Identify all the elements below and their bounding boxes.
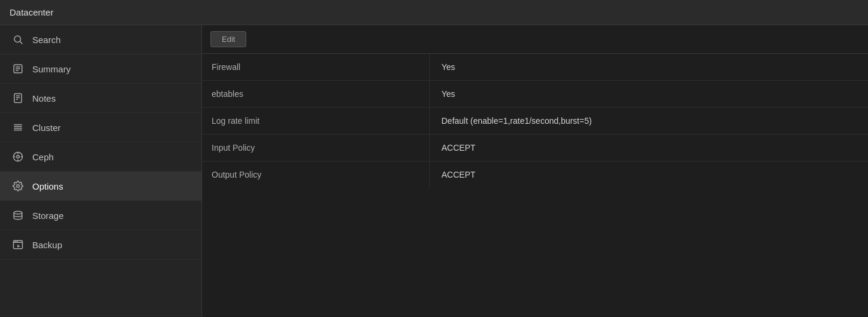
sidebar-item-backup[interactable]: Backup: [0, 230, 201, 260]
ceph-icon: [12, 151, 24, 163]
backup-icon: [12, 239, 24, 251]
table-row: Log rate limitDefault (enable=1,rate1/se…: [202, 108, 868, 135]
options-icon: [12, 180, 24, 192]
sidebar: SearchSummaryNotesClusterCephOptionsStor…: [0, 25, 202, 317]
sidebar-item-search[interactable]: Search: [0, 25, 201, 54]
main-layout: SearchSummaryNotesClusterCephOptionsStor…: [0, 25, 868, 317]
settings-table: FirewallYesebtablesYesLog rate limitDefa…: [202, 54, 868, 188]
svg-point-0: [14, 36, 21, 42]
table-cell-key: Log rate limit: [202, 108, 429, 135]
sidebar-item-summary[interactable]: Summary: [0, 54, 201, 84]
title-bar: Datacenter: [0, 0, 868, 25]
toolbar: Edit: [202, 25, 868, 54]
sidebar-item-storage[interactable]: Storage: [0, 201, 201, 230]
table-cell-value: Yes: [429, 81, 868, 108]
table-cell-key: Input Policy: [202, 135, 429, 161]
table-row: Output PolicyACCEPT: [202, 161, 868, 188]
table-cell-key: ebtables: [202, 81, 429, 108]
table-cell-value: ACCEPT: [429, 161, 868, 188]
table-cell-key: Output Policy: [202, 161, 429, 188]
app-title: Datacenter: [10, 7, 53, 17]
table-cell-value: Yes: [429, 54, 868, 81]
sidebar-label-summary: Summary: [32, 64, 71, 74]
storage-icon: [12, 209, 24, 221]
summary-icon: [12, 63, 24, 75]
table-cell-key: Firewall: [202, 54, 429, 81]
sidebar-label-backup: Backup: [32, 240, 62, 250]
sidebar-item-notes[interactable]: Notes: [0, 84, 201, 113]
table-row: FirewallYes: [202, 54, 868, 81]
svg-line-1: [20, 41, 22, 44]
edit-button[interactable]: Edit: [210, 31, 246, 47]
svg-point-14: [17, 156, 20, 158]
svg-point-16: [14, 211, 22, 214]
sidebar-label-notes: Notes: [32, 93, 56, 103]
cluster-icon: [12, 121, 24, 133]
search-icon: [12, 33, 24, 45]
sidebar-label-options: Options: [32, 181, 63, 191]
notes-icon: [12, 92, 24, 104]
sidebar-item-options[interactable]: Options: [0, 172, 201, 201]
table-row: ebtablesYes: [202, 81, 868, 108]
table-cell-value: Default (enable=1,rate1/second,burst=5): [429, 108, 868, 135]
table-row: Input PolicyACCEPT: [202, 135, 868, 161]
sidebar-label-storage: Storage: [32, 211, 64, 221]
sidebar-label-ceph: Ceph: [32, 152, 54, 162]
svg-point-15: [17, 185, 20, 188]
sidebar-label-search: Search: [32, 35, 61, 45]
sidebar-label-cluster: Cluster: [32, 123, 61, 133]
sidebar-item-cluster[interactable]: Cluster: [0, 113, 201, 142]
sidebar-item-ceph[interactable]: Ceph: [0, 142, 201, 172]
table-cell-value: ACCEPT: [429, 135, 868, 161]
content-area: Edit FirewallYesebtablesYesLog rate limi…: [202, 25, 868, 317]
